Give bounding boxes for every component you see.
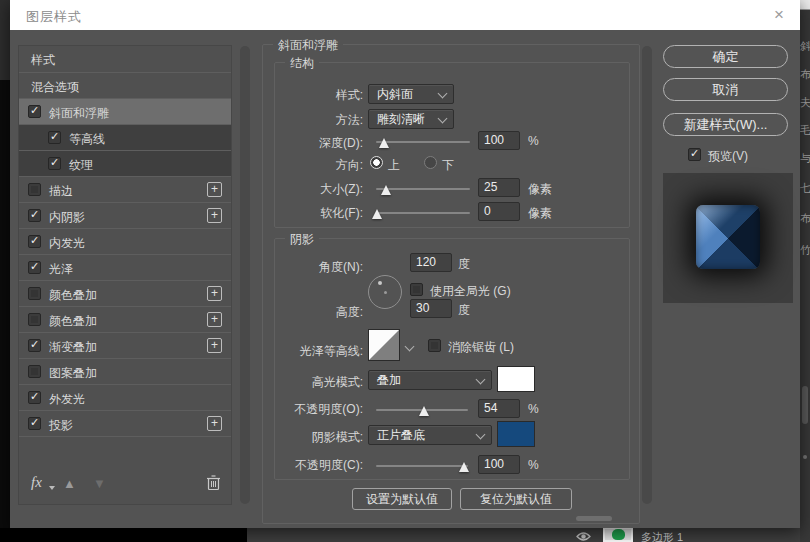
checkbox-checked[interactable] bbox=[28, 105, 41, 118]
checkbox-unchecked[interactable] bbox=[28, 183, 41, 196]
sidebar-item-pattern-overlay[interactable]: 图案叠加 bbox=[19, 358, 231, 384]
shadow-color-swatch[interactable] bbox=[497, 421, 535, 447]
add-effect-icon[interactable]: + bbox=[207, 312, 222, 327]
occluded-scrollbar-thumb bbox=[802, 386, 808, 424]
checkbox-unchecked[interactable] bbox=[28, 365, 41, 378]
soften-slider-track[interactable] bbox=[376, 212, 470, 214]
direction-down-radio[interactable] bbox=[424, 156, 437, 169]
highlight-color-swatch[interactable] bbox=[497, 366, 535, 392]
altitude-input[interactable]: 30 bbox=[410, 299, 452, 318]
opacity-shadow-slider-track[interactable] bbox=[376, 465, 468, 467]
depth-slider-track[interactable] bbox=[376, 141, 470, 143]
depth-label: 深度(D): bbox=[319, 135, 363, 152]
add-effect-icon[interactable]: + bbox=[207, 208, 222, 223]
panel-scrollbar[interactable] bbox=[642, 46, 652, 504]
dialog-titlebar[interactable]: 图层样式 × bbox=[10, 0, 800, 30]
gloss-contour-swatch[interactable] bbox=[368, 329, 400, 361]
use-global-light-checkbox[interactable] bbox=[410, 283, 423, 296]
close-icon[interactable]: × bbox=[774, 5, 784, 25]
style-value: 内斜面 bbox=[377, 87, 413, 101]
add-effect-icon[interactable]: + bbox=[207, 286, 222, 301]
cancel-button[interactable]: 取消 bbox=[663, 78, 788, 101]
checkbox-checked[interactable] bbox=[48, 131, 61, 144]
add-effect-icon[interactable]: + bbox=[207, 338, 222, 353]
layer-visibility-eye-icon[interactable] bbox=[576, 531, 591, 542]
preview-label: 预览(V) bbox=[708, 148, 748, 165]
scrollbar-horizontal-thumb[interactable] bbox=[576, 516, 612, 521]
polygon-shape-thumbnail bbox=[612, 529, 625, 540]
sidebar-item-satin[interactable]: 光泽 bbox=[19, 254, 231, 280]
technique-dropdown[interactable]: 雕刻清晰 bbox=[368, 109, 454, 129]
occluded-ui-dot bbox=[803, 455, 807, 459]
checkbox-checked[interactable] bbox=[28, 209, 41, 222]
clipped-glyph: 竹 bbox=[800, 244, 810, 256]
checkbox-checked[interactable] bbox=[28, 339, 41, 352]
add-effect-icon[interactable]: + bbox=[207, 416, 222, 431]
altitude-unit: 度 bbox=[458, 302, 470, 319]
clipped-glyph: 毛 bbox=[800, 124, 810, 136]
checkbox-checked[interactable] bbox=[28, 417, 41, 430]
move-effect-down-icon[interactable]: ▼ bbox=[93, 476, 106, 491]
sidebar-item-contour[interactable]: 等高线 bbox=[19, 124, 231, 150]
anti-alias-checkbox[interactable] bbox=[428, 339, 441, 352]
sidebar-item-label: 纹理 bbox=[69, 157, 93, 174]
sidebar-item-styles[interactable]: 样式 bbox=[19, 46, 231, 72]
size-input[interactable]: 25 bbox=[478, 178, 520, 197]
sidebar-item-texture[interactable]: 纹理 bbox=[19, 150, 231, 176]
canvas-background bbox=[0, 528, 247, 542]
checkbox-checked[interactable] bbox=[28, 235, 41, 248]
sidebar-item-bevel-emboss[interactable]: 斜面和浮雕 bbox=[19, 98, 231, 124]
new-style-button[interactable]: 新建样式(W)... bbox=[663, 113, 788, 136]
chevron-down-icon bbox=[438, 114, 448, 124]
checkbox-unchecked[interactable] bbox=[28, 313, 41, 326]
highlight-mode-dropdown[interactable]: 叠加 bbox=[368, 370, 492, 390]
opacity-highlight-input[interactable]: 54 bbox=[478, 399, 520, 418]
sidebar-scrollbar[interactable] bbox=[240, 46, 250, 504]
opacity-shadow-input[interactable]: 100 bbox=[478, 455, 520, 474]
dialog-title: 图层样式 bbox=[26, 8, 82, 26]
soften-input[interactable]: 0 bbox=[478, 202, 520, 221]
sidebar-item-inner-glow[interactable]: 内发光 bbox=[19, 228, 231, 254]
sidebar-item-outer-glow[interactable]: 外发光 bbox=[19, 384, 231, 410]
style-dropdown[interactable]: 内斜面 bbox=[368, 84, 454, 104]
layer-name-label[interactable]: 多边形 1 bbox=[641, 530, 683, 542]
app-background-left bbox=[0, 0, 10, 542]
shadow-mode-value: 正片叠底 bbox=[377, 428, 425, 442]
style-preview-thumbnail bbox=[663, 173, 793, 303]
size-slider-thumb[interactable] bbox=[381, 185, 391, 195]
shadow-mode-dropdown[interactable]: 正片叠底 bbox=[368, 425, 492, 445]
checkbox-checked[interactable] bbox=[28, 391, 41, 404]
checkbox-unchecked[interactable] bbox=[28, 287, 41, 300]
soften-slider-thumb[interactable] bbox=[372, 209, 382, 219]
depth-slider-thumb[interactable] bbox=[379, 138, 389, 148]
sidebar-item-color-overlay-1[interactable]: 颜色叠加+ bbox=[19, 280, 231, 306]
sidebar-item-color-overlay-2[interactable]: 颜色叠加+ bbox=[19, 306, 231, 332]
sidebar-item-gradient-overlay[interactable]: 渐变叠加+ bbox=[19, 332, 231, 358]
style-label: 样式: bbox=[336, 87, 363, 104]
depth-input[interactable]: 100 bbox=[478, 131, 520, 150]
angle-dial[interactable] bbox=[368, 275, 402, 309]
preview-checkbox[interactable] bbox=[688, 148, 701, 161]
reset-default-button[interactable]: 复位为默认值 bbox=[460, 488, 572, 510]
clipped-glyph: 斜 bbox=[800, 40, 810, 52]
ok-button[interactable]: 确定 bbox=[663, 45, 788, 68]
delete-effect-trash-icon[interactable] bbox=[206, 474, 221, 491]
checkbox-checked[interactable] bbox=[48, 157, 61, 170]
sidebar-item-drop-shadow[interactable]: 投影+ bbox=[19, 410, 231, 436]
add-effect-icon[interactable]: + bbox=[207, 182, 222, 197]
sidebar-item-stroke[interactable]: 描边+ bbox=[19, 176, 231, 202]
opacity-shadow-slider-thumb[interactable] bbox=[459, 462, 469, 472]
fx-menu-button[interactable]: fx bbox=[31, 474, 42, 491]
move-effect-up-icon[interactable]: ▲ bbox=[63, 476, 76, 491]
sidebar-item-label: 描边 bbox=[49, 183, 73, 200]
direction-up-radio[interactable] bbox=[370, 156, 383, 169]
checkbox-checked[interactable] bbox=[28, 261, 41, 274]
opacity-highlight-slider-thumb[interactable] bbox=[419, 406, 429, 416]
angle-unit: 度 bbox=[458, 256, 470, 273]
layer-thumbnail[interactable] bbox=[603, 527, 633, 542]
angle-marker-dot bbox=[378, 281, 382, 285]
sidebar-item-blending-options[interactable]: 混合选项 bbox=[19, 72, 231, 98]
angle-input[interactable]: 120 bbox=[410, 253, 452, 272]
set-default-button[interactable]: 设置为默认值 bbox=[352, 488, 452, 510]
sidebar-item-inner-shadow[interactable]: 内阴影+ bbox=[19, 202, 231, 228]
